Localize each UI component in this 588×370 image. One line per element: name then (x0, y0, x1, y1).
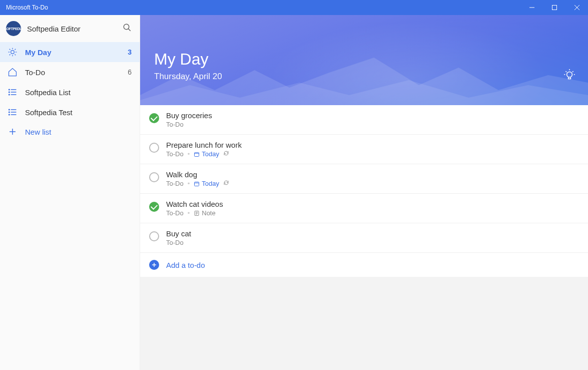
separator: • (188, 150, 190, 158)
task-due: Today (194, 150, 219, 158)
svg-point-26 (9, 114, 10, 115)
task-checkbox[interactable] (149, 202, 159, 212)
svg-point-18 (9, 89, 10, 90)
search-icon[interactable] (123, 23, 132, 34)
titlebar: Microsoft To-Do (0, 0, 588, 15)
task-list-label: To-Do (166, 121, 184, 128)
svg-line-13 (10, 55, 11, 56)
plus-icon (7, 127, 18, 136)
task-list-label: To-Do (166, 239, 184, 246)
task-list-label: To-Do (166, 209, 184, 217)
svg-line-33 (565, 71, 566, 72)
list-icon (7, 87, 18, 97)
new-list-button[interactable]: New list (0, 122, 140, 141)
sidebar-item-label: Softpedia Test (25, 108, 132, 117)
maximize-button[interactable] (543, 0, 565, 15)
minimize-button[interactable] (520, 0, 543, 15)
add-todo-label: Add a to-do (166, 261, 205, 269)
page-title: My Day (154, 50, 588, 69)
task-row[interactable]: Buy groceries To-Do (140, 105, 588, 135)
add-todo-button[interactable]: Add a to-do (140, 253, 588, 277)
sidebar-item-count: 6 (128, 68, 132, 76)
account-header[interactable]: SOFTPEDIA Softpedia Editor (0, 15, 140, 42)
svg-point-6 (11, 51, 15, 54)
task-due: Today (194, 180, 219, 187)
sidebar-item-list-1[interactable]: Softpedia List (0, 82, 140, 102)
task-row[interactable]: Prepare lunch for work To-Do • Today (140, 135, 588, 164)
task-checkbox[interactable] (149, 113, 159, 123)
separator: • (188, 180, 190, 187)
task-list: Buy groceries To-Do Prepare lunch for wo… (140, 105, 588, 253)
sidebar-item-label: My Day (25, 48, 128, 57)
sidebar-item-count: 3 (128, 48, 132, 56)
svg-point-24 (9, 109, 10, 110)
svg-line-34 (572, 71, 573, 72)
recur-icon (223, 150, 229, 158)
sidebar-item-myday[interactable]: My Day 3 (0, 42, 140, 62)
task-checkbox[interactable] (149, 143, 159, 153)
task-row[interactable]: Watch cat videos To-Do • Note (140, 194, 588, 223)
svg-point-4 (124, 24, 129, 30)
main-pane: My Day Thursday, April 20 Buy groceries … (140, 15, 588, 370)
avatar: SOFTPEDIA (6, 21, 21, 36)
task-list-label: To-Do (166, 180, 184, 187)
svg-point-25 (9, 112, 10, 113)
home-icon (7, 67, 18, 77)
task-checkbox[interactable] (149, 172, 159, 182)
svg-line-12 (15, 55, 16, 56)
empty-area (140, 277, 588, 370)
task-title: Watch cat videos (166, 200, 579, 208)
plus-circle-icon (149, 260, 159, 270)
svg-point-29 (567, 72, 572, 77)
task-note: Note (194, 209, 215, 217)
task-list-label: To-Do (166, 150, 184, 158)
task-title: Buy cat (166, 229, 579, 238)
sidebar-item-list-2[interactable]: Softpedia Test (0, 102, 140, 122)
sidebar: SOFTPEDIA Softpedia Editor My Day 3 To-D… (0, 15, 140, 370)
svg-point-20 (9, 94, 10, 95)
svg-line-11 (10, 49, 11, 50)
task-title: Walk dog (166, 170, 579, 179)
svg-rect-1 (552, 6, 556, 10)
svg-point-19 (9, 92, 10, 93)
sun-icon (7, 47, 18, 57)
svg-line-5 (128, 29, 131, 31)
suggestions-icon[interactable] (563, 69, 576, 84)
svg-rect-35 (195, 152, 199, 156)
task-checkbox[interactable] (149, 231, 159, 241)
svg-rect-37 (195, 182, 199, 186)
task-row[interactable]: Walk dog To-Do • Today (140, 164, 588, 194)
user-name: Softpedia Editor (27, 25, 123, 33)
close-button[interactable] (565, 0, 588, 15)
sidebar-item-todo[interactable]: To-Do 6 (0, 62, 140, 82)
recur-icon (223, 180, 229, 187)
hero-header: My Day Thursday, April 20 (140, 15, 588, 105)
svg-line-14 (15, 49, 16, 50)
task-title: Buy groceries (166, 111, 579, 120)
page-date: Thursday, April 20 (154, 72, 588, 82)
list-icon (7, 107, 18, 117)
window-title: Microsoft To-Do (6, 4, 520, 11)
sidebar-item-label: To-Do (25, 68, 128, 77)
separator: • (188, 209, 190, 217)
task-row[interactable]: Buy cat To-Do (140, 223, 588, 253)
sidebar-item-label: Softpedia List (25, 88, 132, 97)
window-controls (520, 0, 588, 15)
new-list-label: New list (25, 128, 132, 136)
task-title: Prepare lunch for work (166, 141, 579, 149)
